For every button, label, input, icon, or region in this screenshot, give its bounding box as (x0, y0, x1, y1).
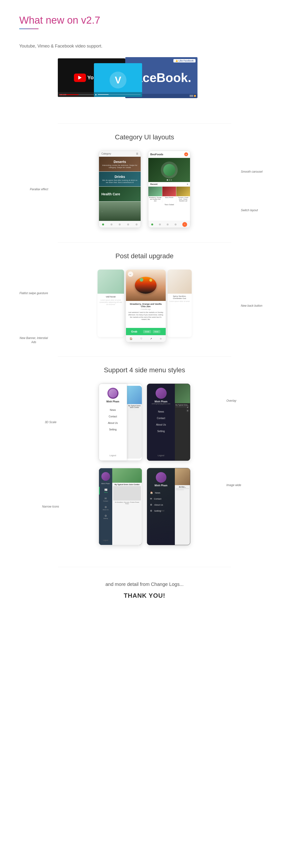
3d-content-img (127, 386, 142, 404)
image-wide-layout: Minh Pham 🏠 News ✉ Contact (147, 468, 190, 545)
category-item-drinks[interactable]: Drinks We do agree that after looking at… (99, 172, 141, 187)
narrow-item-setting[interactable]: ⚙ Setting (99, 513, 112, 521)
carousel-dot-1 (167, 179, 168, 181)
nav-share-post[interactable]: ↗ (150, 337, 152, 340)
phone-header-left: Category ☰ (99, 151, 141, 157)
food-bowl (135, 277, 156, 294)
3d-content-title: My Typical Green Juice Combo (128, 405, 141, 408)
food-img-1 (148, 187, 162, 196)
3d-main-content: My Typical Green Juice Combo (127, 386, 142, 459)
narrow-label-contact: Contact (103, 500, 108, 502)
carousel-dots (167, 179, 172, 181)
food-garnish-1 (140, 278, 143, 282)
nav-bookmark-post[interactable]: ☆ (160, 337, 162, 340)
narrow-content: My Typical Green Juice Combo An Excellen… (112, 483, 142, 505)
food-cell-1[interactable]: Strawberry, Orange and Vanilla Chia Jam (148, 187, 162, 203)
scroll-up[interactable]: ▲ (186, 406, 189, 408)
back-button[interactable]: ← (128, 272, 133, 277)
menu-section: Support 4 side menu styles 3D Scale Over… (0, 356, 289, 567)
video-subtitle: Youtube, Vimeo & Facebook video support. (19, 44, 270, 49)
sponsor-action-1[interactable]: Grab (143, 330, 151, 333)
iw-about-icon: ⚙ (150, 503, 152, 506)
narrow-content-desc: An Excellent, One-pan, Protein-Power Pos… (113, 501, 141, 504)
featured-inner (163, 164, 175, 176)
narrow-item-about[interactable]: ⚙ About Us (99, 504, 112, 512)
iw-avatar (156, 472, 167, 483)
iw-logout[interactable]: Logout (147, 509, 175, 512)
food-cell-3[interactable]: Turmeric, Goats Curd - Clover Seeded Loa… (176, 187, 190, 203)
3d-content-text: My Typical Green Juice Combo (127, 404, 142, 411)
carousel-dot-2 (169, 179, 170, 181)
nav-home[interactable] (102, 223, 104, 225)
3d-line-1 (128, 409, 141, 410)
scroll-down[interactable]: ▼ (186, 409, 189, 412)
nav-search[interactable] (119, 223, 121, 225)
image-wide-label: Image wide (226, 484, 250, 487)
flatlist-label: Flatlist swipe guesture (19, 291, 48, 296)
overlay-email: minhnpham@yahoo.com (147, 403, 175, 405)
overlay-logout[interactable]: Logout (147, 454, 175, 457)
thank-you-text: THANK YOU! (19, 592, 270, 599)
overlay-username: Minh Pham (147, 400, 175, 403)
nav-home-r[interactable] (151, 223, 153, 225)
nav-home-post[interactable]: 🏠 (130, 337, 133, 340)
vimeo-progress-fill (98, 94, 109, 95)
sponsor-action-2[interactable]: Now (153, 330, 160, 333)
nav-heart-post[interactable]: ♡ (140, 337, 142, 340)
parallax-label: Parallax effect (19, 188, 48, 191)
category-title: Category UI layouts (19, 133, 270, 141)
overlay-label: Overlay (226, 399, 250, 402)
nav-grid[interactable] (111, 223, 112, 225)
health-label: Health Care (101, 192, 120, 196)
food-bowl-container (135, 277, 156, 294)
3d-menu-about[interactable]: About Us (99, 420, 127, 426)
iw-contact[interactable]: ✉ Contact (147, 496, 175, 502)
recent-text: Recent (150, 183, 157, 185)
narrow-icons-label: Narrow Icons (39, 505, 63, 508)
category-item-health[interactable]: Health Care (99, 187, 141, 202)
nav-more[interactable] (136, 223, 138, 225)
nav-search-r[interactable] (167, 223, 169, 225)
3d-avatar (107, 388, 118, 399)
overlay-menu-setting[interactable]: Setting (147, 428, 175, 434)
category-more-items: ... (99, 202, 141, 221)
iw-content-title: An Exc... (176, 486, 189, 488)
narrow-username: Minh Pham (101, 483, 110, 485)
iw-about[interactable]: ⚙ About Us (147, 502, 175, 508)
food-garnish-2 (149, 279, 152, 282)
nav-profile[interactable] (127, 223, 129, 225)
phone-nav-left (99, 221, 141, 227)
nav-profile-r[interactable] (175, 223, 177, 225)
like-button[interactable]: 👍 Like Facebook (173, 59, 195, 62)
featured-image (148, 158, 190, 182)
phone-nav-right: + (148, 221, 190, 227)
switch-layout-label: Switch layout (241, 209, 270, 212)
sponsor-bar: Grab Grab Now (126, 328, 166, 335)
narrow-label-about: About Us (103, 509, 109, 510)
iw-news-label: News (155, 492, 160, 494)
food-img-2 (162, 187, 176, 196)
3d-logout[interactable]: Logout (99, 454, 127, 457)
nav-add-r[interactable]: + (182, 222, 187, 227)
narrow-item-news[interactable]: 📰 News (99, 487, 112, 495)
overlay-menu-contact[interactable]: Contact (147, 415, 175, 422)
3d-menu-news[interactable]: News (99, 407, 127, 413)
food-cell-2[interactable]: Spicy Kimchi (162, 187, 176, 203)
overlay-menu-news[interactable]: News (147, 408, 175, 415)
vimeo-thumbnail: V ▶ (94, 63, 142, 97)
youtube-play-icon (74, 73, 86, 82)
narrow-label-news: News (104, 492, 108, 493)
3d-menu-setting[interactable]: Setting (99, 426, 127, 433)
nav-grid-r[interactable] (159, 223, 161, 225)
narrow-item-contact[interactable]: ✉ Contact (99, 495, 112, 503)
view-all[interactable]: ≡ (187, 183, 188, 185)
3d-menu-items: News Contact About Us Setting (99, 407, 127, 433)
iw-hero (175, 468, 190, 485)
3d-menu-contact[interactable]: Contact (99, 413, 127, 420)
category-item-deserts[interactable]: Deserts Interesting combo be delicious. … (99, 157, 141, 172)
narrow-logout[interactable]: Logout (99, 539, 112, 541)
3d-scale-label: 3D Scale (39, 421, 63, 424)
overlay-menu-about[interactable]: About Us (147, 422, 175, 428)
3d-avatar-inner (109, 389, 117, 398)
iw-news[interactable]: 🏠 News (147, 490, 175, 496)
